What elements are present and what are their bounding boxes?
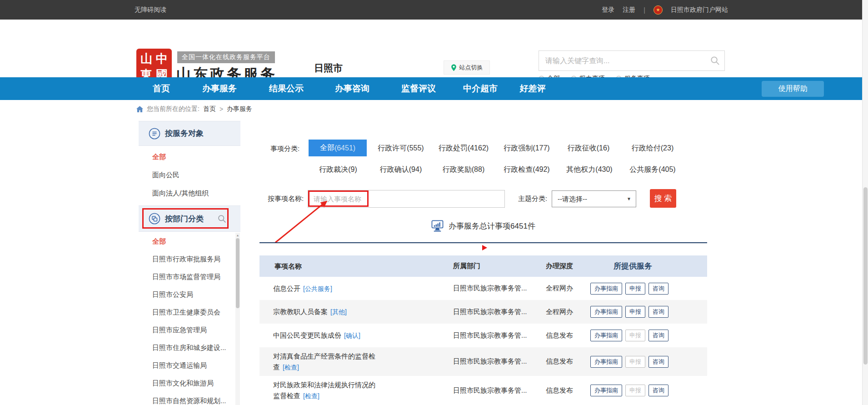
item-name-link[interactable]: 宗教教职人员备案: [273, 308, 328, 315]
guide-button[interactable]: 办事指南: [590, 283, 622, 295]
sidebar-item-dept[interactable]: 日照市应急管理局: [139, 321, 235, 339]
category-chip[interactable]: 行政处罚(4162): [439, 144, 489, 153]
category-chip[interactable]: 行政强制(177): [504, 144, 549, 153]
sidebar-scrollbar[interactable]: ▲: [235, 233, 240, 405]
page: 无障碍阅读 登录 注册 | ★ 日照市政府门户网站 山 中 東 國 全国一体化在…: [0, 0, 868, 405]
login-link[interactable]: 登录: [602, 6, 614, 14]
department-circle-icon: [149, 213, 160, 225]
apply-button[interactable]: 申报: [625, 283, 645, 295]
search-icon[interactable]: [710, 55, 720, 66]
sidebar-item-citizens[interactable]: 面向公民: [139, 166, 240, 184]
sidebar-item-dept[interactable]: 日照市住房和城乡建设...: [139, 339, 235, 356]
breadcrumb-home[interactable]: 首页: [203, 105, 216, 113]
apply-button-disabled: 申报: [625, 330, 645, 341]
consult-button[interactable]: 咨询: [649, 330, 668, 341]
guide-button[interactable]: 办事指南: [590, 306, 622, 318]
nav-item-rating[interactable]: 好差评: [520, 77, 546, 100]
nav-item-results[interactable]: 结果公示: [269, 77, 304, 100]
topic-select[interactable]: --请选择-- ▼: [552, 190, 636, 207]
category-chip[interactable]: 公共服务(405): [629, 165, 675, 175]
table-row: 宗教教职人员备案[其他] 日照市民族宗教事务管... 全程网办 办事指南 申报 …: [259, 300, 707, 324]
category-chip[interactable]: 行政征收(16): [568, 144, 609, 153]
category-chip[interactable]: 行政许可(555): [378, 144, 424, 153]
scrollbar-up-arrow-icon[interactable]: ▲: [235, 234, 240, 237]
nav-item-consult[interactable]: 办事咨询: [335, 77, 369, 100]
item-department: 日照市民族宗教事务管...: [453, 308, 546, 316]
section-by-department[interactable]: 按部门分类: [139, 205, 240, 232]
item-tag-link[interactable]: [公共服务]: [303, 285, 332, 292]
item-name-link[interactable]: 对民族政策和法律法规执行情况的监督检查: [273, 381, 375, 400]
category-chip[interactable]: 行政给付(23): [632, 144, 673, 153]
item-tag-link[interactable]: [确认]: [344, 332, 360, 339]
sidebar-item-dept[interactable]: 日照市自然资源和规划...: [139, 392, 235, 405]
item-tag-link[interactable]: [其他]: [330, 308, 347, 315]
platform-badge: 全国一体化在线政务服务平台: [177, 51, 275, 63]
item-name-label: 按事项名称:: [268, 195, 304, 203]
category-chip-active[interactable]: 全部(6451): [309, 140, 367, 156]
list-circle-icon: [149, 128, 160, 140]
item-depth: 信息发布: [546, 386, 590, 395]
accessibility-link[interactable]: 无障碍阅读: [135, 0, 166, 20]
portal-link[interactable]: 日照市政府门户网站: [671, 6, 728, 14]
sidebar-item-legal-persons[interactable]: 面向法人/其他组织: [139, 184, 240, 202]
sidebar-item-all-targets[interactable]: 全部: [139, 148, 240, 166]
nav-item-agency-market[interactable]: 中介超市: [463, 77, 498, 100]
breadcrumb: 您当前所在的位置: 首页 > 办事服务: [136, 105, 252, 113]
item-department: 日照市民族宗教事务管...: [453, 284, 546, 293]
item-name-link[interactable]: 中国公民变更民族成份: [273, 331, 341, 339]
department-search-icon[interactable]: [217, 214, 227, 224]
item-depth: 信息发布: [546, 357, 590, 366]
location-pin-icon: [451, 64, 457, 71]
breadcrumb-current: 办事服务: [227, 105, 252, 113]
section-by-service-target[interactable]: 按服务对象: [139, 121, 240, 146]
guide-button[interactable]: 办事指南: [590, 385, 622, 396]
category-chip[interactable]: 其他权力(430): [566, 165, 612, 175]
sidebar: 按服务对象 全部 面向公民 面向法人/其他组织 按部门分类 全部 日照市行政审批…: [139, 121, 240, 405]
breadcrumb-separator: >: [219, 105, 223, 113]
category-chip[interactable]: 行政奖励(88): [443, 165, 484, 175]
consult-button[interactable]: 咨询: [649, 306, 668, 318]
guide-button[interactable]: 办事指南: [590, 330, 622, 341]
keyword-search-input[interactable]: [539, 50, 725, 71]
page-scrollbar[interactable]: [862, 0, 868, 405]
item-name-link[interactable]: 信息公开: [273, 285, 300, 292]
breadcrumb-prefix: 您当前所在的位置:: [147, 105, 200, 113]
table-row: 信息公开[公共服务] 日照市民族宗教事务管... 全程网办 办事指南 申报 咨询: [259, 277, 707, 300]
item-tag-link[interactable]: [检查]: [283, 364, 299, 371]
table-row: 对民族政策和法律法规执行情况的监督检查[检查] 日照市民族宗教事务管... 信息…: [259, 376, 707, 405]
sidebar-item-dept[interactable]: 日照市卫生健康委员会: [139, 303, 235, 321]
page-scrollbar-thumb[interactable]: [863, 187, 868, 365]
sidebar-item-dept-all[interactable]: 全部: [139, 232, 235, 250]
category-chip[interactable]: 行政裁决(9): [319, 165, 357, 175]
col-header-depth: 办理深度: [546, 262, 590, 270]
sidebar-item-dept[interactable]: 日照市市场监督管理局: [139, 268, 235, 285]
consult-button[interactable]: 咨询: [649, 283, 668, 295]
category-chip[interactable]: 行政检查(492): [504, 165, 549, 175]
nav-item-supervision[interactable]: 监督评议: [401, 77, 436, 100]
consult-button[interactable]: 咨询: [649, 385, 668, 396]
site-switch-button[interactable]: 站点切换: [444, 60, 490, 75]
nav-item-home[interactable]: 首页: [153, 77, 170, 100]
stats-text: 办事服务总计事项6451件: [449, 221, 535, 231]
consult-button[interactable]: 咨询: [649, 356, 668, 368]
stats-row: 办事服务总计事项6451件: [259, 220, 707, 232]
item-depth: 全程网办: [546, 284, 590, 293]
col-header-department: 所属部门: [453, 262, 546, 270]
item-tag-link[interactable]: [检查]: [303, 392, 319, 400]
header: 山 中 東 國 全国一体化在线政务服务平台 山东政务服务 日照市 站点切换 全部…: [0, 20, 868, 77]
help-button[interactable]: 使用帮助: [762, 81, 824, 97]
sidebar-scrollbar-thumb[interactable]: [236, 238, 239, 308]
nav-item-services[interactable]: 办事服务: [202, 77, 237, 100]
sidebar-item-dept[interactable]: 日照市公安局: [139, 285, 235, 303]
register-link[interactable]: 注册: [623, 6, 635, 14]
services-table: 事项名称 所属部门 办理深度 所提供服务 信息公开[公共服务] 日照市民族宗教事…: [259, 255, 707, 405]
sidebar-item-dept[interactable]: 日照市行政审批服务局: [139, 250, 235, 268]
apply-button[interactable]: 申报: [625, 306, 645, 318]
search-submit-button[interactable]: 搜 索: [650, 189, 676, 208]
item-name-input[interactable]: [308, 190, 505, 208]
sidebar-item-dept[interactable]: 日照市文化和旅游局: [139, 374, 235, 392]
sidebar-item-dept[interactable]: 日照市交通运输局: [139, 356, 235, 374]
guide-button[interactable]: 办事指南: [590, 356, 622, 368]
category-chip[interactable]: 行政确认(94): [380, 165, 422, 175]
item-depth: 信息发布: [546, 331, 590, 340]
